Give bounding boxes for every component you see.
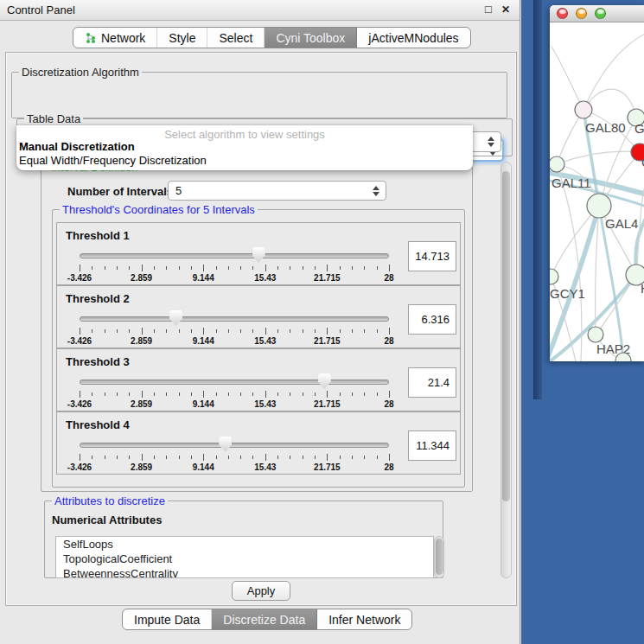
number-of-intervals-combobox[interactable]: 5: [168, 181, 386, 201]
mac-close-button[interactable]: [557, 8, 568, 19]
tab-label: Style: [169, 31, 195, 45]
network-view-window: GAL80GACGAL11GAL4GCY1HHAP2: [550, 5, 644, 361]
content-scrollbar-thumb[interactable]: [502, 171, 510, 501]
network-node[interactable]: [550, 269, 558, 284]
threshold-slider[interactable]: -3.4262.8599.14415.4321.71528: [80, 373, 389, 408]
attributes-group: Attributes to discretize Numerical Attri…: [44, 501, 443, 578]
bottom-tab-label: Infer Network: [328, 613, 400, 627]
combo-spinner-icon: [373, 186, 379, 196]
attributes-list-scrollbar-thumb[interactable]: [436, 539, 443, 575]
combo-spinner-icon: [488, 137, 494, 147]
top-tab-bar: NetworkStyleSelectCyni ToolboxjActiveMNo…: [73, 27, 471, 48]
threshold-row: Threshold 1-3.4262.8599.14415.4321.71528…: [56, 222, 461, 285]
slider-tick-labels: -3.4262.8599.14415.4321.71528: [80, 462, 389, 473]
attributes-group-title: Attributes to discretize: [52, 494, 168, 507]
network-node[interactable]: [550, 156, 564, 172]
bottom-tab-label: Discretize Data: [223, 613, 305, 627]
network-node[interactable]: [587, 194, 611, 218]
attribute-list-item[interactable]: SelfLoops: [56, 537, 433, 552]
close-panel-icon[interactable]: ✕: [499, 3, 513, 16]
tab-style[interactable]: Style: [157, 28, 207, 48]
bottom-tab-impute-data[interactable]: Impute Data: [123, 609, 212, 629]
slider-tick-labels: -3.4262.8599.14415.4321.71528: [80, 336, 389, 347]
attribute-list-item[interactable]: BetweennessCentrality: [56, 566, 433, 578]
network-canvas[interactable]: GAL80GACGAL11GAL4GCY1HHAP2: [550, 22, 644, 361]
window-shadow-edge: [533, 0, 542, 399]
slider-track[interactable]: [80, 379, 389, 385]
numerical-attributes-list[interactable]: SelfLoopsTopologicalCoefficientBetweenne…: [55, 536, 434, 578]
threshold-value-field[interactable]: 6.316: [408, 304, 456, 335]
network-node-label: H: [641, 281, 644, 296]
network-node-label: GAL80: [585, 120, 626, 135]
slider-ticks: [80, 328, 389, 335]
network-node[interactable]: [588, 327, 603, 342]
threshold-label: Threshold 3: [66, 355, 130, 368]
table-data-group-title: Table Data: [24, 112, 83, 125]
slider-ticks: [80, 454, 389, 462]
number-of-intervals-value: 5: [175, 184, 182, 197]
slider-tick-labels: -3.4262.8599.14415.4321.71528: [80, 399, 389, 410]
threshold-label: Threshold 1: [66, 229, 130, 242]
control-panel-window: Control Panel □ ✕ NetworkStyleSelectCyni…: [0, 0, 520, 644]
bottom-tab-discretize-data[interactable]: Discretize Data: [212, 609, 317, 629]
bottom-tab-infer-network[interactable]: Infer Network: [317, 609, 411, 629]
tab-cyni-toolbox[interactable]: Cyni Toolbox: [265, 28, 357, 48]
content-scrollbar[interactable]: [501, 162, 512, 578]
discretization-algorithm-group: Discretization Algorithm: [11, 72, 507, 118]
tab-jactivemnodules[interactable]: jActiveMNodules: [357, 28, 469, 48]
network-node-label: GAL4: [605, 216, 638, 231]
control-panel-title: Control Panel: [7, 3, 75, 16]
network-node-label: GAL11: [552, 175, 591, 190]
thresholds-group-title: Threshold's Coordinates for 5 Intervals: [60, 203, 258, 216]
attributes-list-scrollbar[interactable]: [434, 536, 444, 578]
tab-label: jActiveMNodules: [368, 31, 458, 45]
threshold-slider[interactable]: -3.4262.8599.14415.4321.71528: [80, 437, 389, 471]
slider-thumb[interactable]: [219, 437, 232, 452]
slider-track[interactable]: [80, 443, 389, 448]
network-window-titlebar: [550, 5, 644, 22]
threshold-value-field[interactable]: 14.713: [408, 241, 456, 271]
tab-label: Cyni Toolbox: [276, 31, 345, 45]
slider-track[interactable]: [80, 253, 389, 258]
threshold-row: Threshold 3-3.4262.8599.14415.4321.71528…: [56, 348, 461, 411]
slider-tick-labels: -3.4262.8599.14415.4321.71528: [80, 273, 389, 284]
screen: Control Panel □ ✕ NetworkStyleSelectCyni…: [0, 0, 644, 644]
algorithm-option[interactable]: Manual Discretization: [19, 140, 135, 153]
interval-definition-group: Interval Definition Number of Intervals …: [41, 167, 473, 492]
slider-track[interactable]: [80, 316, 389, 322]
tab-label: Network: [101, 31, 145, 45]
tab-select[interactable]: Select: [207, 28, 265, 48]
threshold-value-field[interactable]: 21.4: [408, 367, 456, 398]
tab-network[interactable]: Network: [73, 28, 157, 48]
attribute-list-item[interactable]: TopologicalCoefficient: [56, 552, 433, 566]
threshold-row: Threshold 2-3.4262.8599.14415.4321.71528…: [56, 285, 461, 348]
network-node-label: GA: [634, 121, 644, 136]
slider-thumb[interactable]: [252, 247, 265, 263]
slider-thumb[interactable]: [169, 310, 182, 326]
apply-button[interactable]: Apply: [232, 581, 290, 601]
algorithm-dropdown-popup: Select algorithm to view settings Manual…: [16, 125, 473, 170]
threshold-slider[interactable]: -3.4262.8599.14415.4321.71528: [80, 247, 389, 282]
thresholds-group: Threshold's Coordinates for 5 Intervals …: [52, 209, 465, 488]
desktop-background: GAL80GACGAL11GAL4GCY1HHAP2 Table Panel ⚙…: [521, 0, 644, 644]
tab-label: Select: [219, 31, 252, 45]
numerical-attributes-label: Numerical Attributes: [52, 513, 162, 526]
mac-minimize-button[interactable]: [576, 8, 587, 19]
network-node[interactable]: [575, 101, 592, 118]
bottom-tab-bar: Impute DataDiscretize DataInfer Network: [122, 609, 412, 630]
slider-thumb[interactable]: [318, 373, 331, 389]
threshold-label: Threshold 2: [66, 292, 130, 305]
control-panel-titlebar: Control Panel □ ✕: [0, 0, 520, 21]
slider-ticks: [80, 265, 389, 272]
threshold-slider[interactable]: -3.4262.8599.14415.4321.71528: [80, 310, 389, 345]
threshold-value-field[interactable]: 11.344: [408, 430, 456, 461]
bottom-tab-label: Impute Data: [134, 613, 200, 627]
discretization-algorithm-group-title: Discretization Algorithm: [19, 66, 142, 79]
algorithm-hint-text: Select algorithm to view settings: [16, 128, 473, 141]
float-window-icon[interactable]: □: [481, 3, 495, 16]
mac-zoom-button[interactable]: [595, 8, 606, 19]
number-of-intervals-label: Number of Intervals: [67, 185, 173, 198]
threshold-label: Threshold 4: [66, 418, 130, 431]
network-node-label: GCY1: [550, 286, 585, 301]
algorithm-option[interactable]: Equal Width/Frequency Discretization: [19, 154, 207, 167]
